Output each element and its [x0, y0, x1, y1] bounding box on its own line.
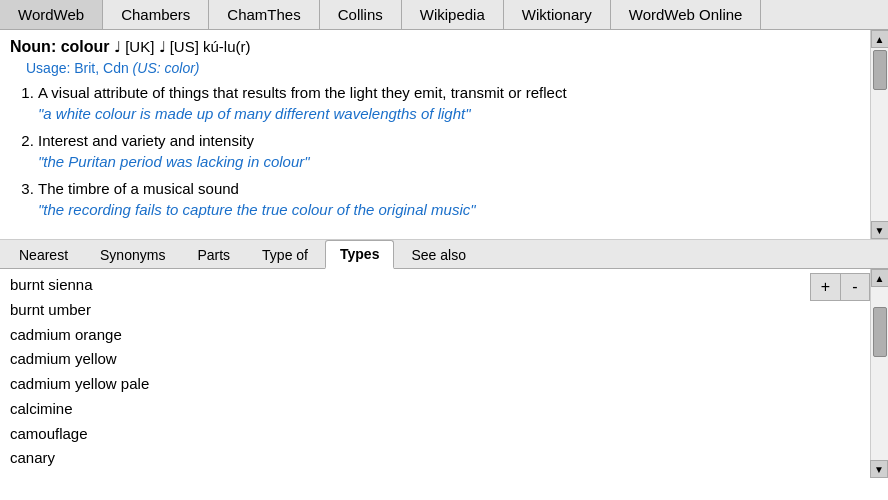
scroll-up-btn[interactable]: ▲: [871, 30, 889, 48]
tab-wordweb-online[interactable]: WordWeb Online: [611, 0, 762, 29]
scroll-thumb[interactable]: [873, 50, 887, 90]
tab-type-of[interactable]: Type of: [247, 241, 323, 268]
tab-parts[interactable]: Parts: [182, 241, 245, 268]
list-controls: + -: [810, 269, 870, 478]
list-item[interactable]: camouflage: [10, 422, 800, 447]
list-item[interactable]: burnt sienna: [10, 273, 800, 298]
definition-1: A visual attribute of things that result…: [38, 82, 858, 124]
list-item[interactable]: cadmium yellow: [10, 347, 800, 372]
top-tab-bar: WordWeb Chambers ChamThes Collins Wikipe…: [0, 0, 888, 30]
noun-header: Noun: colour ♩ [UK] ♩ [US] kú-lu(r): [10, 38, 858, 56]
list-scrollbar[interactable]: ▲ ▼: [870, 269, 888, 478]
definitions-list: A visual attribute of things that result…: [38, 82, 858, 220]
bottom-tab-bar: Nearest Synonyms Parts Type of Types See…: [0, 240, 888, 269]
scroll-down-btn[interactable]: ▼: [871, 221, 889, 239]
definition-3: The timbre of a musical sound "the recor…: [38, 178, 858, 220]
tab-collins[interactable]: Collins: [320, 0, 402, 29]
list-item[interactable]: cadmium yellow pale: [10, 372, 800, 397]
definition-2-example: "the Puritan period was lacking in colou…: [38, 151, 858, 172]
tab-synonyms[interactable]: Synonyms: [85, 241, 180, 268]
definition-3-text: The timbre of a musical sound: [38, 180, 239, 197]
list-item[interactable]: cadmium orange: [10, 323, 800, 348]
tab-wordweb[interactable]: WordWeb: [0, 0, 103, 29]
definition-2: Interest and variety and intensity "the …: [38, 130, 858, 172]
tab-chambers[interactable]: Chambers: [103, 0, 209, 29]
usage-line: Usage: Brit, Cdn (US: color): [26, 60, 858, 76]
minus-button[interactable]: -: [840, 273, 870, 301]
zoom-controls: + -: [810, 273, 870, 301]
tab-wikipedia[interactable]: Wikipedia: [402, 0, 504, 29]
noun-label: Noun: colour: [10, 38, 110, 55]
main-scrollbar[interactable]: ▲ ▼: [870, 30, 888, 239]
list-content: burnt sienna burnt umber cadmium orange …: [0, 269, 810, 478]
tab-wiktionary[interactable]: Wiktionary: [504, 0, 611, 29]
definition-1-text: A visual attribute of things that result…: [38, 84, 567, 101]
tab-see-also[interactable]: See also: [396, 241, 480, 268]
list-scroll-up-btn[interactable]: ▲: [871, 269, 889, 287]
definition-2-text: Interest and variety and intensity: [38, 132, 254, 149]
plus-button[interactable]: +: [810, 273, 840, 301]
tab-nearest[interactable]: Nearest: [4, 241, 83, 268]
uk-phonetic: ♩ [UK] ♩ [US]: [114, 38, 203, 55]
list-item[interactable]: canary: [10, 446, 800, 471]
tab-types[interactable]: Types: [325, 240, 394, 269]
tab-chamthes[interactable]: ChamThes: [209, 0, 319, 29]
definition-area: Noun: colour ♩ [UK] ♩ [US] kú-lu(r) Usag…: [0, 30, 888, 240]
definition-1-example: "a white colour is made up of many diffe…: [38, 103, 858, 124]
list-item[interactable]: burnt umber: [10, 298, 800, 323]
list-scroll-down-btn[interactable]: ▼: [870, 460, 888, 478]
list-scroll-thumb[interactable]: [873, 307, 887, 357]
list-item[interactable]: calcimine: [10, 397, 800, 422]
definition-3-example: "the recording fails to capture the true…: [38, 199, 858, 220]
pronunciation: kú-lu(r): [203, 38, 251, 55]
list-area: burnt sienna burnt umber cadmium orange …: [0, 269, 888, 478]
